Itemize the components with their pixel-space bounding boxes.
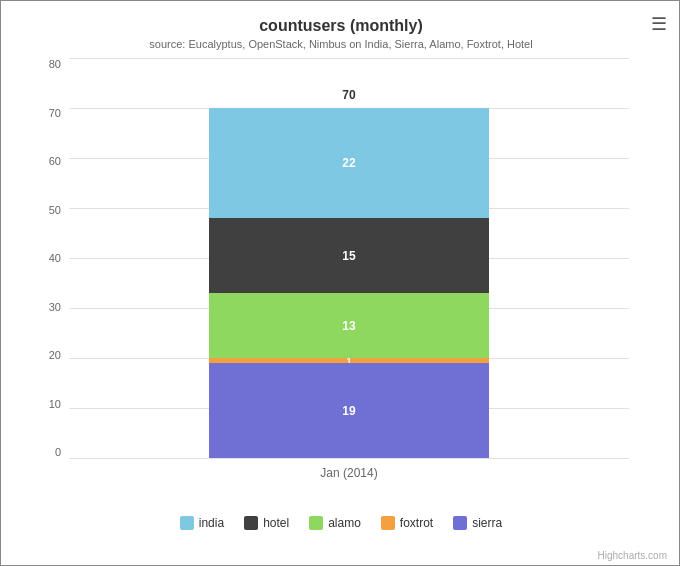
bar-segment-india: 22 [209,108,489,218]
bar-value-sierra: 19 [342,404,355,418]
legend-item-sierra: sierra [453,516,502,530]
legend-label-alamo: alamo [328,516,361,530]
chart-container: countusers (monthly) source: Eucalyptus,… [1,1,680,566]
legend-swatch-india [180,516,194,530]
bar-value-alamo: 13 [342,319,355,333]
chart-title: countusers (monthly) [11,17,671,35]
legend-item-foxtrot: foxtrot [381,516,433,530]
highcharts-credit: Highcharts.com [598,550,667,561]
chart-area: 0 10 20 30 40 50 60 70 80 [31,58,651,488]
legend-swatch-sierra [453,516,467,530]
y-label-0: 0 [31,446,66,458]
bar-segment-alamo: 13 [209,293,489,358]
bar-group: 70 19 1 13 15 [209,58,489,458]
chart-subtitle: source: Eucalyptus, OpenStack, Nimbus on… [11,38,671,50]
legend: india hotel alamo foxtrot sierra [11,516,671,530]
legend-item-alamo: alamo [309,516,361,530]
y-label-10: 10 [31,398,66,410]
legend-item-india: india [180,516,224,530]
y-label-70: 70 [31,107,66,119]
legend-label-sierra: sierra [472,516,502,530]
y-label-40: 40 [31,252,66,264]
legend-swatch-foxtrot [381,516,395,530]
bar-segment-sierra: 19 [209,363,489,458]
legend-item-hotel: hotel [244,516,289,530]
y-label-60: 60 [31,155,66,167]
x-axis-label: Jan (2014) [209,466,489,480]
legend-label-hotel: hotel [263,516,289,530]
hamburger-icon[interactable]: ☰ [651,13,667,35]
y-axis: 0 10 20 30 40 50 60 70 80 [31,58,66,458]
legend-label-india: india [199,516,224,530]
bar-value-hotel: 15 [342,249,355,263]
y-label-20: 20 [31,349,66,361]
legend-label-foxtrot: foxtrot [400,516,433,530]
bar-total-label: 70 [209,88,489,102]
bar-segment-hotel: 15 [209,218,489,293]
y-label-50: 50 [31,204,66,216]
legend-swatch-alamo [309,516,323,530]
bar-segment-foxtrot: 1 [209,358,489,363]
bar-value-foxtrot: 1 [346,358,351,363]
bar-value-india: 22 [342,156,355,170]
y-label-80: 80 [31,58,66,70]
y-label-30: 30 [31,301,66,313]
plot-area: 70 19 1 13 15 [69,58,629,458]
grid-line-0 [69,458,629,459]
legend-swatch-hotel [244,516,258,530]
